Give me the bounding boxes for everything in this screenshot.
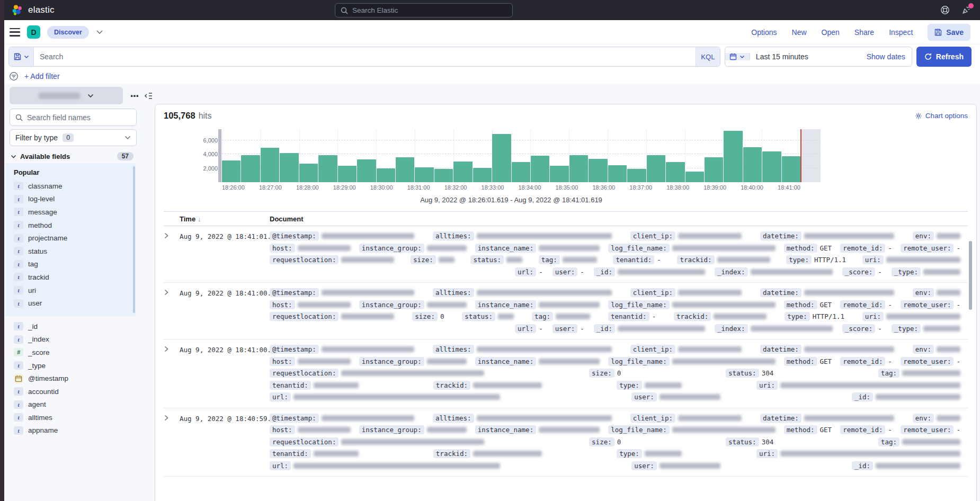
navbar-link-share[interactable]: Share	[854, 28, 874, 37]
field-item-uri[interactable]: turi	[5, 284, 136, 297]
field-item-_score[interactable]: #_score	[5, 346, 138, 359]
histogram-bar[interactable]	[647, 155, 665, 182]
navbar-link-options[interactable]: Options	[751, 28, 777, 37]
histogram-bar[interactable]	[608, 165, 627, 182]
field-item-status[interactable]: tstatus	[5, 245, 136, 258]
field-key-badge: _id:	[852, 392, 873, 401]
histogram-bar[interactable]	[492, 134, 511, 182]
histogram-bar[interactable]	[473, 168, 492, 182]
field-item-_id[interactable]: t_id	[5, 320, 138, 333]
histogram-bar[interactable]	[724, 131, 742, 182]
histogram-bar[interactable]	[550, 166, 568, 182]
field-value-redacted	[678, 346, 742, 352]
histogram-bar[interactable]	[396, 157, 414, 182]
histogram-bar[interactable]	[299, 164, 318, 182]
field-item-trackid[interactable]: ttrackid	[5, 271, 136, 284]
histogram-bar[interactable]	[434, 169, 453, 182]
expand-row-icon[interactable]	[164, 288, 180, 334]
histogram-bar[interactable]	[280, 153, 298, 182]
newsfeed-icon[interactable]	[961, 5, 972, 15]
field-item-agent[interactable]: tagent	[5, 398, 138, 411]
time-range-value[interactable]: Last 15 minutes	[750, 52, 867, 61]
histogram-bar[interactable]	[318, 155, 337, 182]
expand-row-icon[interactable]	[164, 413, 180, 471]
histogram-bar[interactable]	[569, 155, 588, 182]
sidebar-scrollbar[interactable]	[133, 166, 135, 313]
histogram-bar[interactable]	[512, 162, 530, 182]
field-search-input[interactable]	[27, 113, 131, 122]
histogram-bar[interactable]	[685, 172, 704, 182]
histogram-bar[interactable]	[762, 151, 781, 182]
available-fields-header[interactable]: Available fields 57	[11, 152, 133, 160]
global-search[interactable]	[335, 3, 513, 17]
chart-options-button[interactable]: Chart options	[915, 112, 968, 120]
field-item-user[interactable]: tuser	[5, 297, 136, 310]
field-item-appname[interactable]: tappname	[5, 424, 138, 437]
navbar-link-new[interactable]: New	[792, 28, 807, 37]
navbar-link-inspect[interactable]: Inspect	[889, 28, 913, 37]
filter-by-type[interactable]: Filter by type 0	[10, 129, 137, 146]
field-item-method[interactable]: tmethod	[5, 219, 136, 232]
histogram-bar[interactable]	[705, 157, 723, 182]
field-search[interactable]	[10, 109, 137, 126]
histogram-bar[interactable]	[261, 148, 279, 182]
histogram-bar[interactable]	[453, 162, 472, 182]
notification-dot	[968, 3, 974, 8]
histogram-bar[interactable]	[743, 147, 762, 182]
field-value: 304	[762, 438, 774, 446]
data-view-selector[interactable]	[10, 87, 123, 104]
histogram-bar[interactable]	[666, 162, 684, 182]
field-item-_type[interactable]: t_type	[5, 359, 138, 372]
filter-type-count-badge: 0	[63, 133, 74, 142]
field-item-@timestamp[interactable]: @timestamp	[5, 372, 138, 385]
kql-language-button[interactable]: KQL	[696, 47, 720, 66]
histogram-bar[interactable]	[782, 156, 800, 182]
field-item-tag[interactable]: ttag	[5, 258, 136, 271]
histogram-bar[interactable]	[357, 159, 376, 182]
field-key-badge: client_ip:	[630, 414, 675, 423]
field-settings-icon[interactable]	[130, 92, 139, 100]
field-item-accountid[interactable]: taccountid	[5, 385, 138, 398]
collapse-sidebar-icon[interactable]	[144, 92, 153, 100]
field-item-_index[interactable]: t_index	[5, 333, 138, 346]
field-type-string-icon: t	[14, 426, 23, 435]
field-value: -	[652, 312, 656, 320]
field-item-projectname[interactable]: tprojectname	[5, 231, 136, 245]
date-quick-menu[interactable]	[725, 53, 750, 60]
histogram-bar[interactable]	[531, 156, 549, 182]
add-filter-button[interactable]: + Add filter	[24, 72, 60, 80]
partial-bucket-current	[801, 129, 821, 182]
histogram-bar[interactable]	[241, 155, 260, 182]
chevron-down-icon[interactable]	[96, 30, 103, 34]
histogram-bar[interactable]	[377, 168, 395, 182]
global-search-input[interactable]	[352, 6, 507, 14]
expand-row-icon[interactable]	[164, 344, 180, 402]
field-item-log-level[interactable]: tlog-level	[5, 193, 136, 206]
time-column-header[interactable]: Time ↓	[180, 215, 270, 223]
field-item-classname[interactable]: tclassname	[5, 180, 136, 193]
histogram-bar[interactable]	[222, 160, 240, 182]
kql-search-input[interactable]	[34, 47, 696, 66]
table-scrollbar[interactable]	[969, 241, 972, 310]
expand-row-icon[interactable]	[164, 231, 180, 277]
histogram-bar[interactable]	[589, 159, 607, 182]
histogram-bar[interactable]	[627, 169, 646, 182]
filter-icon[interactable]	[9, 71, 19, 81]
navbar-link-open[interactable]: Open	[822, 28, 840, 37]
left-edge-strip	[0, 0, 4, 501]
menu-toggle-icon[interactable]	[10, 28, 20, 37]
saved-query-menu[interactable]	[9, 47, 34, 66]
field-key-badge: remote_id:	[840, 357, 885, 366]
breadcrumb[interactable]: Discover	[47, 26, 89, 39]
show-dates-button[interactable]: Show dates	[867, 52, 912, 61]
field-item-alltimes[interactable]: talltimes	[5, 411, 138, 424]
field-item-message[interactable]: tmessage	[5, 205, 136, 219]
histogram-bar[interactable]	[338, 166, 357, 182]
help-icon[interactable]	[940, 5, 950, 15]
save-button[interactable]: Save	[928, 24, 970, 41]
discover-app-badge[interactable]: D	[27, 25, 40, 39]
sort-desc-icon[interactable]: ↓	[198, 215, 201, 223]
field-key-badge: tag:	[539, 255, 560, 264]
refresh-button[interactable]: Refresh	[916, 47, 972, 67]
histogram-bar[interactable]	[415, 167, 433, 182]
